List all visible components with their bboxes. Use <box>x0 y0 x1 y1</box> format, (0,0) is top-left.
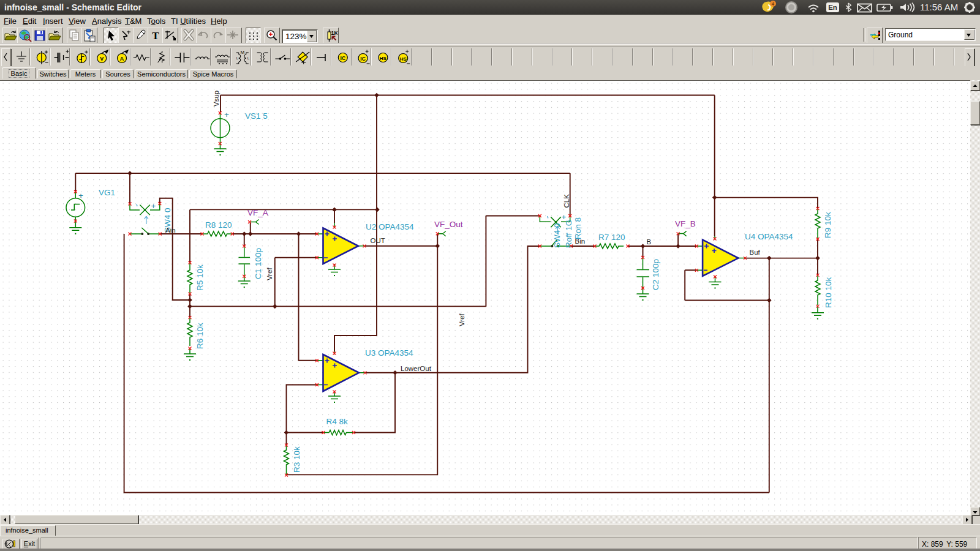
svg-text:R8 120: R8 120 <box>205 220 232 230</box>
svg-text:VS1 5: VS1 5 <box>245 111 268 121</box>
svg-text:Bin: Bin <box>575 238 586 245</box>
svg-text:IC: IC <box>360 56 366 62</box>
svg-text:HS: HS <box>400 56 407 62</box>
svg-text:L: L <box>247 56 250 60</box>
svg-text:R9 10k: R9 10k <box>823 212 832 238</box>
svg-text:Vref: Vref <box>458 313 466 326</box>
svg-text:T: T <box>152 30 159 42</box>
svg-text:V: V <box>100 56 104 62</box>
svg-text:C2 100p: C2 100p <box>651 259 660 290</box>
svg-text:R3 10k: R3 10k <box>292 446 301 473</box>
svg-text:CLK: CLK <box>563 194 570 208</box>
svg-text:U4 OPA4354: U4 OPA4354 <box>745 232 793 241</box>
svg-text:R10 10k: R10 10k <box>824 277 833 308</box>
svg-text:VG1: VG1 <box>99 188 115 197</box>
svg-text:VF_A: VF_A <box>247 208 268 217</box>
svg-text:R4 8k: R4 8k <box>326 417 349 426</box>
svg-text:+: + <box>224 110 229 119</box>
svg-text:R7 120: R7 120 <box>598 233 625 242</box>
svg-text:C1 100p: C1 100p <box>254 248 263 279</box>
svg-text:B: B <box>647 238 652 246</box>
svg-text:LowerOut: LowerOut <box>401 365 432 372</box>
svg-text:OUT: OUT <box>371 237 385 244</box>
svg-text:Ron 8: Ron 8 <box>573 217 582 239</box>
svg-text:U3 OPA4354: U3 OPA4354 <box>365 348 413 358</box>
svg-text:Buf: Buf <box>750 249 761 256</box>
svg-text:Vref: Vref <box>266 268 273 280</box>
svg-text:L: L <box>236 56 239 60</box>
svg-text:U2 OPA4354: U2 OPA4354 <box>366 222 414 231</box>
svg-text:IC: IC <box>341 55 346 61</box>
svg-text:1K: 1K <box>331 30 337 36</box>
svg-text:En: En <box>828 4 837 11</box>
svg-text:A: A <box>120 56 124 62</box>
svg-text:Roff 1G: Roff 1G <box>564 220 573 248</box>
svg-text:4: 4 <box>772 1 775 7</box>
svg-text:VF_B: VF_B <box>675 219 696 228</box>
svg-text:Vsup: Vsup <box>213 91 220 107</box>
svg-text:+: + <box>151 201 156 211</box>
svg-text:11:56 AM: 11:56 AM <box>920 2 958 12</box>
svg-text:R5 10k: R5 10k <box>195 264 205 291</box>
svg-text:HS: HS <box>380 56 387 61</box>
svg-text:SW4 0: SW4 0 <box>552 223 562 248</box>
svg-text:VF_Out: VF_Out <box>434 220 463 229</box>
svg-text:R6 10k: R6 10k <box>195 323 205 349</box>
svg-text:M: M <box>240 50 244 55</box>
svg-text:+: + <box>78 191 83 200</box>
svg-text:Ain: Ain <box>165 227 176 234</box>
